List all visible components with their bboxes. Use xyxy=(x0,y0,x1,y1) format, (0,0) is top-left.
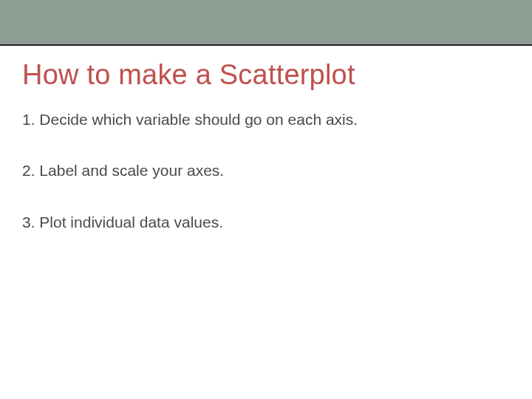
step-item: 2. Label and scale your axes. xyxy=(22,160,510,181)
step-item: 1. Decide which variable should go on ea… xyxy=(22,109,510,130)
slide-title: How to make a Scatterplot xyxy=(22,59,510,91)
step-item: 3. Plot individual data values. xyxy=(22,211,510,233)
header-bar xyxy=(0,0,532,46)
slide-content: How to make a Scatterplot 1. Decide whic… xyxy=(0,59,532,233)
